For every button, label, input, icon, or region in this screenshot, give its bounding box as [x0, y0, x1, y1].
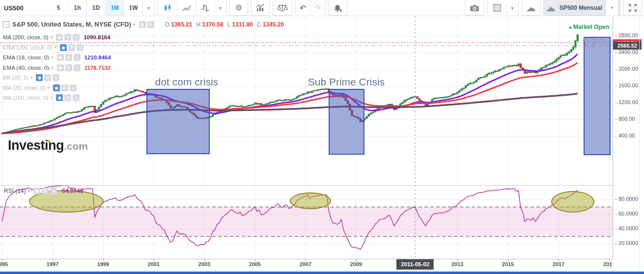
indicators-button[interactable] [251, 0, 270, 16]
interval-button-1W[interactable]: 1W [124, 0, 142, 16]
indicator-close-icon[interactable]: × [73, 34, 80, 41]
rsi-close-icon[interactable]: × [50, 188, 57, 194]
indicator-row-5: MA (20, close, 0)▾◉⚙× [3, 83, 111, 93]
cloud-download-icon: ☁↓ [526, 2, 536, 14]
indicator-eye-icon[interactable]: ◉ [57, 64, 64, 71]
indicator-value: 1178.7132 [84, 65, 111, 71]
time-tick-label: 1999 [97, 261, 109, 267]
legend-title: S&P 500, United States, M, NYSE (CFD) [12, 21, 131, 28]
indicator-label: MA (20, close, 0) [3, 85, 45, 91]
indicator-close-icon[interactable]: × [74, 64, 81, 71]
indicator-gear-icon[interactable]: ⚙ [64, 94, 71, 101]
time-tick-label: 2003 [198, 261, 210, 267]
candlestick-icon [163, 3, 172, 12]
indicator-row-3: EMA (40, close, 0)▾◉⚙×1178.7132 [3, 63, 111, 73]
indicator-label: EMA (200, close, 0) [3, 45, 52, 51]
indicator-gear-icon[interactable]: ⚙ [61, 84, 68, 91]
indicator-gear-icon[interactable]: ⚙ [65, 64, 72, 71]
indicator-close-icon[interactable]: × [77, 44, 84, 51]
rsi-legend: RSI (14) ▾ ◉ ⚙ × 64.0745 [4, 188, 84, 194]
rsi-gear-icon[interactable]: ⚙ [42, 188, 49, 194]
indicator-eye-icon[interactable]: ◉ [36, 74, 43, 81]
indicator-row-4: BB (20, 2)▾◉⚙× [3, 73, 111, 83]
legend-collapse-icon[interactable]: − [3, 21, 9, 27]
screenshot-button[interactable] [465, 0, 484, 16]
indicator-caret-icon[interactable]: ▾ [51, 65, 54, 70]
compare-button[interactable] [273, 0, 292, 16]
price-tick-label: 2800.00 [615, 32, 638, 38]
undo-redo-group: ↶ ↷ [295, 0, 326, 16]
indicator-caret-icon[interactable]: ▾ [30, 75, 33, 80]
indicator-row-2: EMA (18, close, 0)▾◉⚙×1210.8464 [3, 53, 111, 63]
indicator-gear-icon[interactable]: ⚙ [64, 34, 71, 41]
watermark-name: Investing [8, 138, 64, 153]
rsi-caret-icon[interactable]: ▾ [28, 189, 30, 193]
indicator-eye-icon[interactable]: ◉ [60, 44, 67, 51]
time-tick-label: 2009 [350, 261, 362, 267]
indicator-value: 1210.8464 [84, 55, 111, 60]
symbol-input[interactable]: US500 [0, 0, 49, 16]
legend-caret-icon[interactable]: ▾ [133, 22, 136, 27]
layout-grid-button[interactable] [488, 0, 506, 16]
top-toolbar: US500 51h1D1M1W ▾ ▾ ⚙ [0, 0, 644, 16]
step-chart-type-button[interactable] [196, 0, 214, 16]
rsi-value: 64.0745 [62, 188, 83, 194]
indicator-caret-icon[interactable]: ▾ [54, 45, 56, 50]
redo-button[interactable]: ↷ [310, 0, 325, 16]
indicator-close-icon[interactable]: × [70, 84, 77, 91]
interval-button-1M[interactable]: 1M [105, 0, 124, 16]
indicator-eye-icon[interactable]: ◉ [56, 94, 63, 101]
candlestick-type-button[interactable] [158, 0, 177, 16]
undo-arrow-icon: ↶ [300, 3, 306, 13]
line-chart-type-button[interactable] [177, 0, 196, 16]
crosshair-date-badge: 2011-05-02 [396, 259, 434, 270]
rsi-label: RSI (14) [4, 188, 26, 194]
layout-select-group: ▾ [487, 0, 519, 16]
ohlc-value: 1311.80 [232, 21, 253, 28]
indicator-eye-icon[interactable]: ◉ [57, 54, 64, 61]
right-edge-divider [639, 16, 640, 272]
step-chart-icon [200, 3, 210, 12]
price-tick-label: 1200.00 [615, 99, 638, 105]
interval-dropdown-caret-icon[interactable]: ▾ [142, 0, 154, 16]
legend-eye-icon[interactable]: ◉ [139, 21, 146, 28]
layout-dropdown-caret-icon[interactable]: ▾ [506, 0, 518, 16]
indicator-label: BB (20, 2) [3, 75, 28, 81]
chart-type-dropdown-caret-icon[interactable]: ▾ [214, 0, 226, 16]
indicator-gear-icon[interactable]: ⚙ [44, 74, 51, 81]
fullscreen-button[interactable] [623, 0, 642, 16]
chart-settings-button[interactable]: ⚙ [229, 0, 248, 16]
time-axis[interactable]: 1995199719992001200320052007200920132015… [0, 259, 613, 270]
interval-button-1h[interactable]: 1h [68, 0, 86, 16]
saved-layout-caret-icon[interactable]: ▾ [606, 0, 618, 16]
cloud-upload-icon: ☁↑ [546, 2, 556, 14]
indicator-close-icon[interactable]: × [74, 54, 81, 61]
interval-button-1D[interactable]: 1D [86, 0, 105, 16]
add-alert-button[interactable] [329, 0, 347, 16]
indicator-eye-icon[interactable]: ◉ [53, 84, 60, 91]
ohlc-value: 1370.58 [202, 21, 223, 28]
indicator-caret-icon[interactable]: ▾ [47, 85, 50, 90]
indicator-gear-icon[interactable]: ⚙ [68, 44, 75, 51]
undo-button[interactable]: ↶ [296, 0, 310, 16]
indicator-caret-icon[interactable]: ▾ [51, 55, 54, 60]
indicator-close-icon[interactable]: × [53, 74, 59, 81]
ohlc-value: 1365.21 [171, 21, 192, 28]
rsi-eye-icon[interactable]: ◉ [33, 188, 40, 194]
ohlc-key: O [165, 21, 169, 28]
load-layout-button[interactable]: ☁↓ [522, 0, 540, 16]
market-open-dot-icon: ● [569, 25, 572, 30]
indicator-row-0: MA (200, close, 0)▾◉⚙×1090.8164 [3, 32, 111, 43]
indicator-close-icon[interactable]: × [73, 94, 80, 101]
legend-gear-icon[interactable]: ⚙ [147, 21, 154, 28]
indicator-caret-icon[interactable]: ▾ [51, 35, 53, 40]
saved-layout-control[interactable]: ☁↑ SP500 Mensual ▾ [543, 0, 620, 16]
price-tick-label: 800.00 [615, 116, 635, 122]
indicator-eye-icon[interactable]: ◉ [56, 34, 63, 41]
watermark-orange-dot [48, 140, 50, 142]
indicator-gear-icon[interactable]: ⚙ [65, 54, 72, 61]
interval-button-5[interactable]: 5 [49, 0, 68, 16]
indicator-caret-icon[interactable]: ▾ [51, 95, 53, 100]
symbol-interval-group: US500 51h1D1M1W ▾ [0, 0, 155, 16]
indicator-label: MA (200, close, 0) [3, 34, 49, 40]
